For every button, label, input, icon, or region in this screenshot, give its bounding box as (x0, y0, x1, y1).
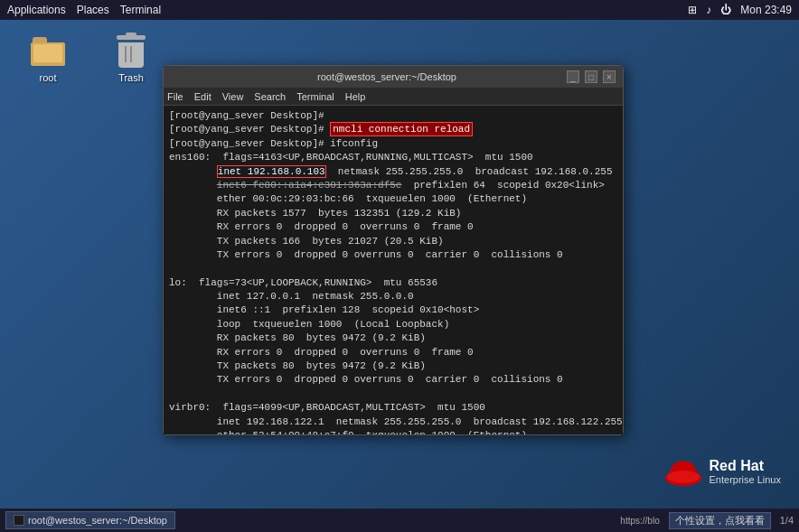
volume-icon: ♪ (706, 4, 711, 16)
term-line-8: RX packets 1577 bytes 132351 (129.2 KiB) (169, 207, 617, 220)
power-icon: ⏻ (720, 4, 731, 16)
term-line-18: RX errors 0 dropped 0 overruns 0 frame 0 (169, 346, 617, 359)
taskbar: root@westos_server:~/Desktop https://blo… (0, 509, 799, 532)
taskbar-terminal-icon (14, 515, 24, 526)
redhat-text: Red Hat Enterprise Linux (710, 457, 782, 486)
terminal-menu[interactable]: Terminal (120, 4, 161, 16)
term-line-15: inet6 ::1 prefixlen 128 scopeid 0x10<hos… (169, 303, 617, 317)
term-line-24: ether 52:54:00:48:c7:f9 txqueuelen 1000 … (169, 429, 617, 434)
clock: Mon 23:49 (740, 4, 792, 16)
svg-point-2 (667, 471, 700, 483)
terminal-title: root@westos_server:~/Desktop (207, 71, 567, 82)
term-line-10: TX packets 166 bytes 21027 (20.5 KiB) (169, 235, 617, 248)
term-line-9: RX errors 0 dropped 0 overruns 0 frame 0 (169, 220, 617, 234)
term-line-22: virbr0: flags=4099<UP,BROADCAST,MULTICAS… (169, 401, 617, 415)
redhat-brand: Red Hat (710, 457, 782, 474)
terminal-menu-bar: File Edit View Search Terminal Help (164, 88, 623, 106)
taskbar-page: 1/4 (780, 515, 794, 526)
menu-help[interactable]: Help (345, 91, 366, 102)
topbar: Applications Places Terminal ⊞ ♪ ⏻ Mon 2… (0, 0, 799, 20)
menu-terminal[interactable]: Terminal (296, 91, 334, 102)
places-menu[interactable]: Places (77, 4, 109, 16)
icon-label-root: root (40, 72, 57, 83)
term-line-13: lo: flags=73<UP,LOOPBACK,RUNNING> mtu 65… (169, 276, 617, 290)
term-line-4: ens160: flags=4163<UP,BROADCAST,RUNNING,… (169, 151, 617, 164)
term-line-2: [root@yang_sever Desktop]# nmcli connect… (169, 123, 617, 136)
term-line-21 (169, 387, 617, 401)
taskbar-terminal-item[interactable]: root@westos_server:~/Desktop (5, 511, 175, 529)
redhat-logo: Red Hat Enterprise Linux (663, 453, 782, 490)
term-line-3: [root@yang_sever Desktop]# ifconfig (169, 137, 617, 151)
term-line-14: inet 127.0.0.1 netmask 255.0.0.0 (169, 290, 617, 303)
desktop: root Trash root@westos_server:~/Desktop … (0, 20, 799, 509)
term-line-12 (169, 262, 617, 275)
minimize-button[interactable]: _ (567, 70, 579, 83)
maximize-button[interactable]: □ (585, 70, 597, 83)
icon-label-trash: Trash (118, 72, 144, 83)
applications-menu[interactable]: Applications (7, 4, 66, 16)
topbar-left: Applications Places Terminal (7, 4, 161, 16)
term-line-23: inet 192.168.122.1 netmask 255.255.255.0… (169, 415, 617, 429)
highlighted-ip: inet 192.168.0.103 (217, 165, 326, 178)
terminal-window: root@westos_server:~/Desktop _ □ × File … (163, 65, 624, 435)
taskbar-chinese-text[interactable]: 个性设置，点我看看 (669, 512, 771, 529)
network-icon: ⊞ (688, 4, 697, 16)
redhat-product: Enterprise Linux (710, 474, 782, 486)
term-line-1: [root@yang_sever Desktop]# (169, 109, 617, 123)
term-line-19: TX packets 80 bytes 9472 (9.2 KiB) (169, 359, 617, 373)
term-line-6: inet6 fe80::a1a4:e301:363a:df5e prefixle… (169, 179, 617, 192)
menu-file[interactable]: File (167, 91, 183, 102)
menu-edit[interactable]: Edit (194, 91, 212, 102)
taskbar-url: https://blo (620, 516, 659, 526)
redhat-hat-icon (663, 453, 704, 490)
menu-view[interactable]: View (222, 91, 244, 102)
folder-icon (30, 33, 66, 70)
desktop-icon-root[interactable]: root (16, 33, 80, 83)
term-line-16: loop txqueuelen 1000 (Local Loopback) (169, 318, 617, 331)
terminal-controls: _ □ × (567, 70, 616, 83)
term-line-11: TX errors 0 dropped 0 overruns 0 carrier… (169, 248, 617, 262)
highlighted-command: nmcli connection reload (330, 122, 473, 136)
taskbar-right: https://blo 个性设置，点我看看 1/4 (620, 512, 794, 529)
menu-search[interactable]: Search (254, 91, 286, 102)
terminal-content[interactable]: [root@yang_sever Desktop]# [root@yang_se… (164, 106, 623, 434)
close-button[interactable]: × (603, 70, 616, 83)
taskbar-terminal-label: root@westos_server:~/Desktop (28, 515, 167, 526)
term-line-20: TX errors 0 dropped 0 overruns 0 carrier… (169, 373, 617, 387)
term-line-7: ether 00:0c:29:03:bc:66 txqueuelen 1000 … (169, 192, 617, 206)
term-line-17: RX packets 80 bytes 9472 (9.2 KiB) (169, 331, 617, 345)
desktop-icon-trash[interactable]: Trash (99, 33, 163, 83)
trash-icon (113, 33, 149, 70)
term-line-5: inet 192.168.0.103 netmask 255.255.255.0… (169, 165, 617, 179)
topbar-right: ⊞ ♪ ⏻ Mon 23:49 (688, 4, 792, 16)
terminal-titlebar: root@westos_server:~/Desktop _ □ × (164, 66, 623, 88)
